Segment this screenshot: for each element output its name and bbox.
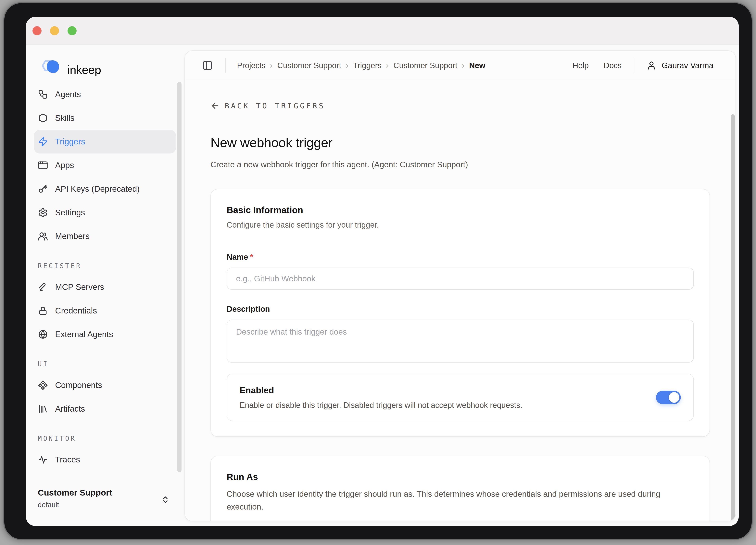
- sidebar-item-label: Credentials: [55, 306, 97, 316]
- card-heading: Run As: [227, 472, 694, 482]
- users-icon: [38, 231, 48, 241]
- project-name: Customer Support: [38, 488, 112, 498]
- close-button[interactable]: [32, 26, 42, 35]
- sidebar-item-label: MCP Servers: [55, 283, 104, 292]
- sidebar-item-triggers[interactable]: Triggers: [34, 130, 176, 153]
- mcp-icon: [38, 282, 48, 292]
- sidebar-item-api-keys[interactable]: API Keys (Deprecated): [34, 177, 176, 201]
- graph-name: default: [38, 501, 112, 509]
- inkeep-logo-icon: [37, 57, 63, 82]
- sidebar-item-credentials[interactable]: Credentials: [34, 299, 176, 323]
- component-icon: [38, 380, 48, 390]
- breadcrumb-projects[interactable]: Projects: [237, 61, 266, 70]
- breadcrumb-agent[interactable]: Customer Support: [393, 61, 457, 70]
- breadcrumb-triggers[interactable]: Triggers: [353, 61, 382, 70]
- page-content: BACK TO TRIGGERS New webhook trigger Cre…: [185, 80, 736, 521]
- header-divider: [225, 58, 226, 73]
- breadcrumb-separator: ›: [462, 61, 465, 70]
- sidebar-nav: Agents Skills Triggers: [26, 83, 184, 472]
- globe-icon: [38, 329, 48, 340]
- sidebar-item-skills[interactable]: Skills: [34, 106, 176, 130]
- lock-icon: [38, 306, 48, 316]
- user-menu[interactable]: Gaurav Varma: [647, 60, 713, 70]
- enabled-description: Enable or disable this trigger. Disabled…: [240, 401, 522, 410]
- enabled-label: Enabled: [240, 385, 522, 396]
- hexagon-icon: [38, 113, 48, 123]
- breadcrumb: Projects › Customer Support › Triggers ›…: [237, 61, 485, 70]
- breadcrumb-project[interactable]: Customer Support: [277, 61, 341, 70]
- project-switcher[interactable]: Customer Support default: [38, 488, 112, 509]
- sidebar-item-settings[interactable]: Settings: [34, 201, 176, 224]
- sidebar-item-apps[interactable]: Apps: [34, 153, 176, 177]
- header-links: Help Docs: [573, 61, 622, 70]
- card-heading: Basic Information: [227, 205, 694, 215]
- workflow-icon: [38, 89, 48, 99]
- sidebar-item-label: Triggers: [55, 137, 85, 146]
- user-icon: [647, 60, 656, 70]
- sidebar-item-label: Traces: [55, 455, 80, 464]
- main-panel: Projects › Customer Support › Triggers ›…: [184, 50, 736, 521]
- enabled-toggle[interactable]: [656, 391, 681, 404]
- sidebar-item-traces[interactable]: Traces: [34, 448, 176, 472]
- description-label: Description: [227, 304, 694, 314]
- sidebar-item-artifacts[interactable]: Artifacts: [34, 397, 176, 421]
- basic-information-card: Basic Information Configure the basic se…: [210, 189, 710, 437]
- docs-link[interactable]: Docs: [604, 61, 622, 70]
- user-name: Gaurav Varma: [661, 61, 713, 70]
- breadcrumb-separator: ›: [270, 61, 273, 70]
- run-as-description: Choose which user identity the trigger s…: [227, 488, 672, 513]
- sidebar-item-external-agents[interactable]: External Agents: [34, 323, 176, 346]
- arrow-left-icon: [210, 101, 220, 110]
- sidebar-item-label: Skills: [55, 113, 74, 123]
- sidebar-item-agents[interactable]: Agents: [34, 83, 176, 106]
- sidebar: inkeep Agents Skills: [26, 45, 184, 526]
- help-link[interactable]: Help: [573, 61, 589, 70]
- sidebar-item-members[interactable]: Members: [34, 224, 176, 248]
- titlebar: [26, 17, 739, 45]
- back-link-label: BACK TO TRIGGERS: [225, 101, 325, 110]
- device-frame: inkeep Agents Skills: [4, 3, 752, 539]
- inkeep-logo[interactable]: inkeep: [37, 57, 101, 82]
- sidebar-item-label: Apps: [55, 160, 74, 170]
- sidebar-item-label: Components: [55, 381, 102, 390]
- sidebar-item-label: API Keys (Deprecated): [55, 184, 140, 194]
- panel-left-icon[interactable]: [202, 60, 213, 71]
- run-as-card: Run As Choose which user identity the tr…: [210, 456, 710, 521]
- sidebar-scrollbar[interactable]: [177, 82, 182, 472]
- header-divider: [634, 58, 634, 73]
- sidebar-section-monitor: MONITOR: [38, 433, 184, 444]
- minimize-button[interactable]: [50, 26, 59, 35]
- sidebar-item-label: Members: [55, 231, 90, 241]
- toggle-knob: [669, 392, 679, 403]
- page-subtitle: Create a new webhook trigger for this ag…: [210, 160, 710, 169]
- description-textarea[interactable]: [227, 320, 694, 363]
- key-icon: [38, 184, 48, 194]
- app-window: inkeep Agents Skills: [26, 17, 739, 526]
- zoom-button[interactable]: [68, 26, 77, 35]
- chevrons-up-down-icon[interactable]: [160, 495, 170, 505]
- zap-icon: [38, 136, 48, 147]
- gear-icon: [38, 207, 48, 218]
- app-window-icon: [38, 160, 48, 170]
- breadcrumb-bar: Projects › Customer Support › Triggers ›…: [185, 51, 736, 80]
- name-input[interactable]: [227, 267, 694, 290]
- sidebar-section-register: REGISTER: [38, 260, 184, 272]
- brand-name: inkeep: [67, 63, 101, 77]
- breadcrumb-separator: ›: [346, 61, 348, 70]
- page-title: New webhook trigger: [210, 135, 710, 150]
- content-scrollbar[interactable]: [731, 114, 735, 521]
- sidebar-item-label: Settings: [55, 208, 85, 217]
- card-description: Configure the basic settings for your tr…: [227, 220, 694, 229]
- library-icon: [38, 404, 48, 414]
- enabled-texts: Enabled Enable or disable this trigger. …: [240, 385, 522, 410]
- sidebar-item-label: External Agents: [55, 330, 113, 339]
- back-to-triggers-link[interactable]: BACK TO TRIGGERS: [210, 101, 325, 110]
- sidebar-section-ui: UI: [38, 358, 184, 370]
- required-marker: *: [250, 252, 253, 261]
- sidebar-item-components[interactable]: Components: [34, 373, 176, 397]
- sidebar-item-label: Agents: [55, 90, 81, 99]
- enabled-setting: Enabled Enable or disable this trigger. …: [227, 374, 694, 421]
- name-label: Name*: [227, 252, 694, 262]
- breadcrumb-new: New: [469, 61, 485, 70]
- sidebar-item-mcp-servers[interactable]: MCP Servers: [34, 275, 176, 299]
